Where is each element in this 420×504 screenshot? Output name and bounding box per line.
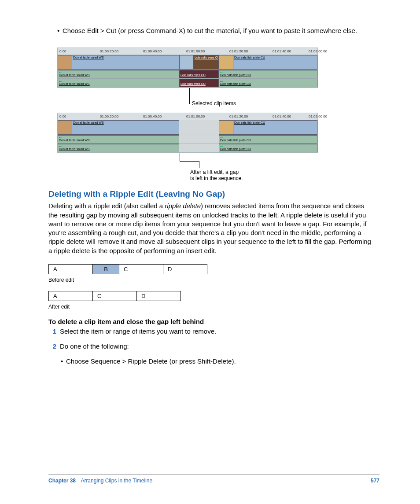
timeline-ruler: 0:00 01:00:20:00 01:00:40:00 01:01:00:00… [58,113,317,120]
diagram-cell: A [49,264,93,274]
diagram-cell-selected: B [93,264,119,274]
ruler-tick: 0:00 [59,49,66,53]
bullet-item: • Choose Edit > Cut (or press Command-X)… [57,26,372,35]
clip-label: Don eats fish plate CU [219,73,252,77]
para-italic: ripple delete [165,202,201,210]
callout-2: After a lift edit, a gap is left in the … [57,158,372,185]
stereo-mark-icon: ▴▴ [59,144,62,147]
callout-text-line: is left in the sequence. [190,175,243,181]
clip-label: Don at table salad WS [58,138,91,142]
clip-thumb [180,55,194,69]
ruler-tick: 01:00:20:00 [100,49,118,53]
step-item: 2 Do one of the following: [48,342,372,351]
section-heading: Deleting with a Ripple Edit (Leaving No … [48,189,372,199]
clip-thumb [58,55,72,69]
video-clip: Don eats fish plate CU [219,55,317,70]
timeline-gap [179,135,219,143]
ruler-tick: 01:01:00:00 [186,49,205,53]
clip-label: Don eats fish plate CU [233,55,266,59]
procedure-heading: To delete a clip item and close the gap … [48,318,372,325]
stereo-mark-icon: ▾▾ [220,136,223,139]
timeline-gap [179,144,219,152]
step-number: 2 [48,342,56,351]
callout-text: Selected clip items [192,100,236,107]
video-track: Don at table salad WS Don eats fish plat… [58,120,317,135]
diagram-cell: D [163,264,207,274]
audio-clip: ▾▾ Don at table salad WS [58,135,179,143]
clip-label: Lola rolls eyes CU [180,73,206,77]
ruler-tick: 01:00:40:00 [143,114,162,118]
clip-label: Don at table salad WS [58,73,91,77]
footer-chapter: Chapter 38 [48,478,76,484]
step-text: Select the item or range of items you wa… [60,327,216,336]
clip-label: Lola rolls eyes CU [194,55,219,59]
stereo-mark-icon: ▾▾ [59,70,62,74]
stereo-mark-icon: ▾▾ [220,70,223,74]
diagram-cell: D [137,291,181,301]
timeline-figure-after: 0:00 01:00:20:00 01:00:40:00 01:01:00:00… [57,113,318,153]
audio-clip: ▾▾ Don eats fish plate CU [219,70,317,78]
callout-text-line: After a lift edit, a gap [190,169,243,175]
stereo-mark-icon: ▴▴ [59,79,62,82]
clip-label: Don eats fish plate CU [219,147,252,151]
audio-track-2: ▴▴ Don at table salad WS ▴▴ Don eats fis… [58,144,317,153]
timeline-ruler: 0:00 01:00:20:00 01:00:40:00 01:01:00:00… [58,48,317,55]
footer-page-number: 577 [371,478,379,484]
audio-clip: ▾▾ Don eats fish plate CU [219,135,317,143]
bullet-text: Choose Sequence > Ripple Delete (or pres… [66,357,372,366]
stereo-mark-icon: ▴▴ [220,144,223,147]
callout-line [199,161,199,168]
ruler-tick: 01:02:00:00 [309,114,327,118]
diagram-before: A B C D [48,264,207,274]
bullet-icon: • [57,26,63,35]
diagram-caption: Before edit [48,277,372,283]
diagram-caption: After edit [48,304,372,310]
step-number: 1 [48,327,56,336]
ruler-tick: 01:02:00:00 [309,49,327,53]
audio-clip-selected: Lola rolls eyes CU [179,70,219,78]
clip-label: Lola rolls eyes CU [180,82,206,86]
step-item: 1 Select the item or range of items you … [48,327,372,336]
video-clip-selected: Lola rolls eyes CU [179,55,219,70]
clip-label: Don at table salad WS [58,82,91,86]
audio-clip: ▴▴ Don eats fish plate CU [219,79,317,87]
footer-left: Chapter 38 Arranging Clips in the Timeli… [48,478,152,484]
video-clip: Don eats fish plate CU [219,120,317,135]
clip-thumb [58,121,72,134]
step-text: Do one of the following: [60,342,129,351]
clip-label: Don at table salad WS [72,121,105,125]
ruler-tick: 01:01:00:00 [186,114,205,118]
diagram-after: A C D [48,291,181,301]
bullet-text: Choose Edit > Cut (or press Command-X) t… [63,26,372,35]
callout-1: Selected clip items [57,93,372,113]
ruler-tick: 01:01:40:00 [273,114,291,118]
video-track: Don at table salad WS Lola rolls eyes CU… [58,55,317,70]
timeline-figure-before: 0:00 01:00:20:00 01:00:40:00 01:01:00:00… [57,48,318,88]
diagram-cell: C [93,291,137,301]
footer-title: Arranging Clips in the Timeline [81,478,152,484]
clip-thumb [219,55,233,69]
audio-track-1: ▾▾ Don at table salad WS ▾▾ Don eats fis… [58,135,317,144]
video-clip: Don at table salad WS [58,55,179,70]
bullet-item: • Choose Sequence > Ripple Delete (or pr… [61,357,372,366]
clip-label: Don eats fish plate CU [219,82,252,86]
clip-label: Don at table salad WS [72,55,105,59]
para-text: Deleting with a ripple edit (also called… [48,202,165,210]
video-clip: Don at table salad WS [58,120,179,135]
ruler-tick: 01:00:20:00 [100,114,118,118]
audio-clip: ▾▾ Don at table salad WS [58,70,179,78]
stereo-mark-icon: ▾▾ [59,136,62,139]
clip-thumb [219,121,233,134]
ruler-tick: 01:01:20:00 [229,49,248,53]
ruler-tick: 01:01:40:00 [273,49,291,53]
callout-line [180,153,180,161]
ruler-tick: 01:01:20:00 [229,114,248,118]
audio-track-1: ▾▾ Don at table salad WS Lola rolls eyes… [58,70,317,79]
para-text: ) removes selected items from the sequen… [48,202,371,254]
stereo-mark-icon: ▴▴ [220,79,223,82]
clip-label: Don eats fish plate CU [219,138,252,142]
page-footer: Chapter 38 Arranging Clips in the Timeli… [48,475,379,484]
bullet-icon: • [61,357,66,366]
body-paragraph: Deleting with a ripple edit (also called… [48,202,372,255]
callout-line [189,88,190,104]
